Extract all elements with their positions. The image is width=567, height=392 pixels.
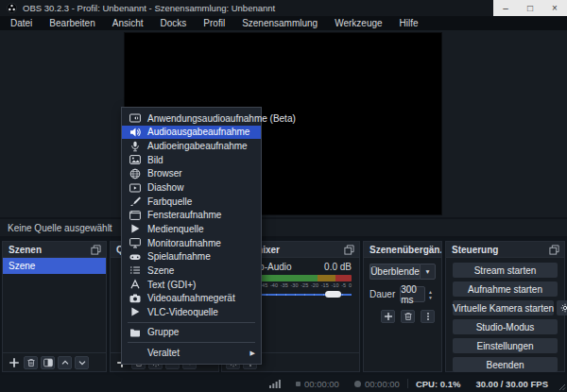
play-icon [129,306,141,317]
remove-transition-button[interactable] [401,310,415,323]
add-scene-button[interactable] [7,356,21,369]
scene-list-item[interactable]: Szene [3,258,106,274]
menu-separator [128,322,255,323]
menu-item-label: Medienquelle [147,224,204,234]
start-recording-button[interactable]: Aufnahme starten [453,281,558,297]
submenu-arrow-icon: ▶ [250,349,255,357]
start-virtual-camera-button[interactable]: Virtuelle Kamera starten [453,300,554,315]
menu-item-browser[interactable]: Browser [122,167,261,181]
virtual-camera-settings-button[interactable] [557,300,567,315]
menu-bar: DateiBearbeitenAnsichtDocksProfilSzenens… [0,16,567,30]
menu-item-audio-input-capture[interactable]: Audioeingabeaufnahme [122,139,261,153]
menubar-item-bearbeiten[interactable]: Bearbeiten [41,16,103,30]
menu-item-group[interactable]: Gruppe [122,326,261,340]
menu-item-label: Diashow [147,182,183,193]
move-scene-up-button[interactable] [58,356,72,369]
microphone-icon [129,141,141,152]
menu-item-media-source[interactable]: Medienquelle [122,222,261,236]
record-status-icon [354,381,361,387]
menu-separator [128,342,255,343]
obs-logo-icon [7,3,17,13]
signal-strength-icon [269,379,281,388]
scenes-dock-header: Szenen [3,242,106,258]
menu-item-audio-output-capture[interactable]: Audioausgabeaufnahme [122,126,261,140]
close-button[interactable]: × [544,0,565,16]
menubar-item-profil[interactable]: Profil [195,16,233,30]
play-icon [129,223,141,234]
transition-select[interactable]: Überblende ▼ [369,264,436,280]
menu-item-label: Browser [147,168,182,179]
add-transition-button[interactable] [381,310,395,323]
menu-item-window-capture[interactable]: Fensteraufnahme [122,208,261,222]
menu-item-deprecated[interactable]: Veraltet▶ [122,346,261,360]
menubar-item-hilfe[interactable]: Hilfe [391,16,427,30]
app-audio-icon [129,112,141,124]
scene-filters-button[interactable] [41,356,55,369]
stream-time: 00:00:00 [304,379,339,389]
camera-icon [129,293,141,304]
globe-icon [129,168,141,179]
cpu-usage: CPU: 0.1% [416,379,461,389]
transitions-dock-header: Szenenübergän... [364,242,441,258]
controls-popout-icon[interactable] [549,245,559,255]
resize-grip[interactable] [558,383,566,391]
menu-item-display-capture[interactable]: Monitoraufnahme [122,236,261,250]
menu-item-text-gdi[interactable]: Text (GDI+) [122,278,261,292]
menu-item-application-audio-capture[interactable]: Anwendungsaudioaufnahme (Beta) [122,111,261,126]
title-bar: OBS 30.2.3 - Profil: Unbenannt - Szenens… [0,0,567,16]
move-scene-down-button[interactable] [75,356,89,369]
duration-input[interactable]: 300 ms [400,286,425,302]
menu-item-label: Fensteraufnahme [147,210,221,220]
menu-item-label: Spielaufnahme [147,251,211,262]
transition-options-button[interactable] [421,310,435,323]
text-icon [129,279,141,290]
meter-tick-label: -20 [311,282,318,288]
meter-tick-label: -30 [291,282,299,288]
exit-button[interactable]: Beenden [453,357,558,372]
menu-item-vlc-video-source[interactable]: VLC-Videoquelle [122,305,261,319]
transition-select-value: Überblende [369,264,420,280]
meter-tick-label: 0 [349,282,352,288]
mixer-level-value: 0.0 dB [324,262,352,272]
source-context-toolbar: Keine Quelle ausgewählt [0,217,567,238]
transitions-toolbar [370,310,435,323]
scenes-dock-title: Szenen [9,245,42,255]
scenes-popout-icon[interactable] [91,245,101,255]
add-source-context-menu: Anwendungsaudioaufnahme (Beta)Audioausga… [121,107,262,365]
controls-dock: Steuerung Stream startenAufnahme starten… [445,241,565,372]
meter-tick-label: -10 [332,282,339,288]
controls-row: Stream starten [453,263,558,278]
meter-tick-label: -15 [321,282,329,288]
chevron-down-icon: ▼ [420,264,436,280]
settings-button[interactable]: Einstellungen [453,338,558,353]
remove-scene-button[interactable] [24,356,38,369]
none-icon [129,348,141,359]
menu-item-scene[interactable]: Szene [122,264,261,278]
menu-item-label: Anwendungsaudioaufnahme (Beta) [147,113,296,124]
menu-item-label: Audioausgabeaufnahme [147,127,249,137]
menubar-item-datei[interactable]: Datei [2,16,41,30]
menu-item-slideshow[interactable]: Diashow [122,180,261,195]
controls-row: Einstellungen [453,338,558,353]
minimize-button[interactable]: – [495,0,516,16]
menubar-item-docks[interactable]: Docks [152,16,196,30]
folder-icon [129,327,141,338]
menu-item-video-capture-device[interactable]: Videoaufnahmegerät [122,291,261,305]
meter-tick-label: -40 [270,282,278,288]
studio-mode-button[interactable]: Studio-Modus [453,319,558,334]
menu-item-image[interactable]: Bild [122,153,261,167]
menu-item-game-capture[interactable]: Spielaufnahme [122,249,261,264]
volume-slider-handle[interactable] [325,291,341,298]
status-bar: 00:00:00 00:00:00 CPU: 0.1% 30.00 / 30.0… [0,375,567,392]
window-title: OBS 30.2.3 - Profil: Unbenannt - Szenens… [23,3,275,13]
menubar-item-werkzeuge[interactable]: Werkzeuge [326,16,390,30]
mixer-popout-icon[interactable] [344,245,354,255]
menubar-item-ansicht[interactable]: Ansicht [104,16,152,30]
menu-item-label: Audioeingabeaufnahme [147,141,248,151]
menu-item-color-source[interactable]: Farbquelle [122,195,261,209]
start-streaming-button[interactable]: Stream starten [453,263,558,278]
menubar-item-szenensammlung[interactable]: Szenensammlung [233,16,326,30]
maximize-button[interactable]: □ [520,0,541,16]
duration-spinner[interactable]: ▲▼ [425,289,436,300]
brush-icon [129,196,141,207]
